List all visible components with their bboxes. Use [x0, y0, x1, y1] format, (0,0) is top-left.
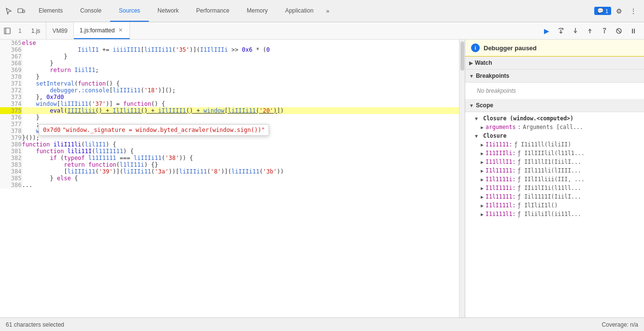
deactivate-breakpoints-btn[interactable]: [612, 24, 626, 38]
line-code: [liIIIi11('39')](liIIIi11('3a'))[liIIIi1…: [22, 168, 459, 175]
table-row: 374 window[liIIIi11('37')] = function() …: [0, 101, 459, 107]
more-options-btn[interactable]: ⋮: [627, 4, 640, 18]
scope-item-1[interactable]: ▶ I11IIIli: ƒ I1lIIIlil(l11l1...: [465, 149, 644, 158]
responsive-icon[interactable]: [16, 6, 26, 16]
devtools-icons: [0, 6, 30, 16]
scope-arrow-4: ▶: [481, 177, 484, 182]
line-code: return IiilI1;: [22, 67, 459, 73]
bottom-bar: 61 characters selected Coverage: n/a: [0, 317, 644, 331]
tab-memory[interactable]: Memory: [238, 0, 276, 22]
scope-val-4: ƒ IIlI1liii(III, ...: [517, 176, 584, 183]
more-tabs-btn[interactable]: »: [322, 8, 333, 14]
line-number: 384: [0, 168, 22, 175]
scope-arrow-icon: ▼: [469, 103, 474, 108]
tab-performance[interactable]: Performance: [187, 0, 238, 22]
code-vscrollbar[interactable]: [459, 40, 465, 317]
scope-val-2: ƒ IIl1llI1(IiilI...: [517, 158, 581, 165]
line-code: function iliI11li(lil1I1) {: [22, 141, 459, 148]
code-area[interactable]: 365 else 366 IiilI1 += iiiiIII1[liIIIi11…: [0, 40, 465, 317]
table-row: 373 }, 0x7d0: [0, 94, 459, 101]
tab-application[interactable]: Application: [276, 0, 322, 22]
scope-val-7: ƒ IlIliI1l(): [517, 202, 558, 209]
line-number: 385: [0, 175, 22, 182]
close-tab-btn[interactable]: ✕: [117, 27, 124, 34]
scope-section-header[interactable]: ▼ Scope: [465, 99, 644, 112]
scope-key-6: I1l11111:: [486, 193, 515, 200]
arguments-item[interactable]: ▶ arguments : Arguments [call...: [465, 123, 644, 131]
scope-item-3[interactable]: ▶ I1l11111: ƒ IIl111li(lIIII...: [465, 166, 644, 175]
scope-val-5: ƒ IIi1lI1i(l11ll...: [517, 185, 581, 191]
table-row: 367 }: [0, 53, 459, 60]
scope-item-4[interactable]: ▶ I1l1111i: ƒ IIlI1liii(III, ...: [465, 175, 644, 184]
line-number: 368: [0, 60, 22, 67]
breakpoints-section-header[interactable]: ▼ Breakpoints: [465, 70, 644, 83]
line-number: 374: [0, 101, 22, 107]
scope-arrow-2: ▶: [481, 159, 484, 165]
table-row: 376 }: [0, 114, 459, 121]
step-out-btn[interactable]: [583, 24, 597, 38]
table-row: 382 if (typeof l11I1111 === liIIIi11('38…: [0, 155, 459, 161]
step-btn[interactable]: [598, 24, 611, 38]
chat-icon: 💬: [597, 8, 604, 14]
second-bar: 1 1.js VM89 1.js:formatted ✕ ▶ ⏸: [0, 22, 644, 40]
right-panel: i Debugger paused ▶ Watch ▼ Breakpoints …: [465, 40, 644, 317]
line-code: function lili11I(l11I1111) {: [22, 148, 459, 155]
settings-btn[interactable]: ⚙: [612, 4, 626, 18]
table-row: 386 ...: [0, 182, 459, 188]
vscroll-thumb[interactable]: [460, 42, 464, 71]
closure-computed-group[interactable]: ▼ Closure (window.<computed>): [465, 114, 644, 123]
closure-computed-arrow: ▼: [475, 116, 478, 121]
resume-btn[interactable]: ▶: [540, 24, 553, 38]
scope-label: Scope: [476, 102, 493, 109]
scope-item-8[interactable]: ▶ I1i111l1: ƒ IliiliIl(ii11l...: [465, 210, 644, 218]
debugger-status: Debugger paused: [484, 44, 537, 52]
step-into-btn[interactable]: [569, 24, 582, 38]
arguments-key: arguments: [486, 124, 515, 130]
scope-item-0[interactable]: ▶ I1i1111: ƒ I1i11ll(liliII): [465, 140, 644, 149]
tab-network[interactable]: Network: [149, 0, 187, 22]
watch-label: Watch: [475, 59, 492, 66]
line-number: 367: [0, 53, 22, 60]
line-number: 378: [0, 128, 22, 134]
scope-item-7[interactable]: ▶ I1lI111l: ƒ IlIliI1l(): [465, 201, 644, 210]
scope-item-2[interactable]: ▶ I11lllI1: ƒ IIl1llI1(IiilI...: [465, 158, 644, 166]
right-sections: ▶ Watch ▼ Breakpoints No breakpoints ▼ S…: [465, 57, 644, 317]
file-tab-1js[interactable]: 1.js: [26, 22, 47, 39]
panel-toggle-btn[interactable]: [0, 22, 14, 39]
closure-group[interactable]: ▼ Closure: [465, 131, 644, 140]
line-number: 379: [0, 134, 22, 141]
code-panel: 365 else 366 IiilI1 += iiiiIII1[liIIIi11…: [0, 40, 465, 317]
file-tab-vm89[interactable]: VM89: [46, 22, 73, 39]
svg-rect-1: [23, 10, 25, 13]
scope-item-5[interactable]: ▶ I1lI111i: ƒ IIi1lI1i(l11ll...: [465, 184, 644, 192]
scope-key-5: I1lI111i:: [486, 185, 515, 191]
line-number: 375: [0, 107, 22, 114]
scope-arrow-7: ▶: [481, 203, 484, 208]
tab-sources[interactable]: Sources: [110, 0, 149, 22]
debugger-controls: ▶ ⏸: [540, 24, 644, 38]
line-code: }: [22, 60, 459, 67]
tab-console[interactable]: Console: [72, 0, 110, 22]
tooltip-hex-value: 0x7d0: [43, 127, 60, 133]
table-row: 380 function iliI11li(lil1I1) {: [0, 141, 459, 148]
scope-key-4: I1l1111i:: [486, 176, 515, 183]
scope-arrow-3: ▶: [481, 168, 484, 173]
svg-line-9: [617, 29, 621, 33]
line-number: 380: [0, 141, 22, 148]
watch-section-header[interactable]: ▶ Watch: [465, 57, 644, 70]
line-number: 371: [0, 80, 22, 87]
line-number: 365: [0, 40, 22, 46]
pause-on-exceptions-btn[interactable]: ⏸: [627, 24, 640, 38]
breakpoints-arrow-icon: ▼: [469, 73, 474, 79]
chat-badge-btn[interactable]: 💬 1: [594, 7, 611, 15]
line-code: ...: [22, 182, 459, 188]
scope-item-6[interactable]: ▶ I1l11111: ƒ Iil1111I(IiilI...: [465, 192, 644, 201]
line-number: 386: [0, 182, 22, 188]
step-over-btn[interactable]: [554, 24, 568, 38]
cursor-icon[interactable]: [4, 6, 14, 16]
tab-elements[interactable]: Elements: [30, 0, 72, 22]
selection-info: 61 characters selected: [6, 321, 64, 328]
file-tab-formatted[interactable]: 1.js:formatted ✕: [74, 22, 130, 39]
table-row: 366 IiilI1 += iiiiIII1[liIIIi11('35')](I…: [0, 46, 459, 53]
line-number: 370: [0, 73, 22, 80]
